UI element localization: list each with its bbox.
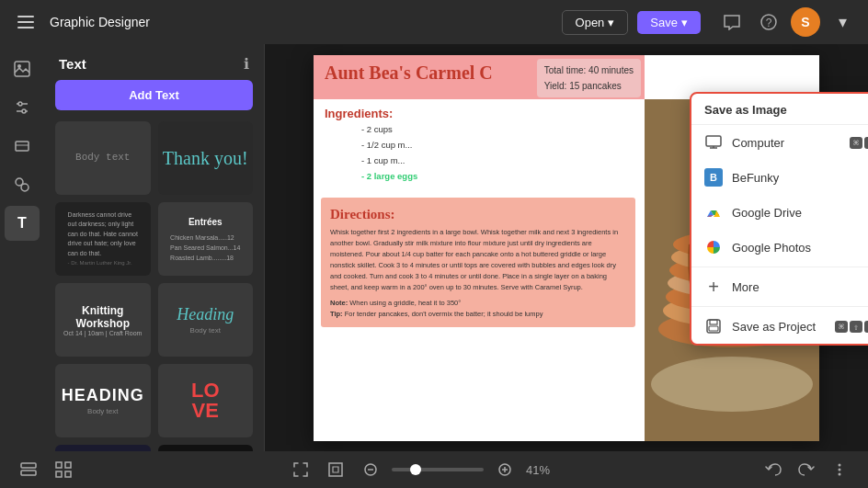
sidebar-item-text[interactable]: T xyxy=(5,206,40,241)
text-panel-title: Text xyxy=(59,56,86,72)
svg-text:?: ? xyxy=(766,17,772,29)
icon-bar: T xyxy=(0,44,44,451)
text-card-heading[interactable]: Heading Body text xyxy=(158,283,254,357)
dropdown-item-computer[interactable]: Computer ⌘S xyxy=(691,125,868,160)
undo-button[interactable] xyxy=(760,456,787,483)
help-icon[interactable]: ? xyxy=(754,7,783,37)
svg-rect-0 xyxy=(17,16,34,17)
recipe-title: Aunt Bea's Carmel C xyxy=(325,62,493,84)
recipe-tip: Tip: For tender pancakes, don't overmix … xyxy=(330,310,626,318)
open-button[interactable]: Open ▾ xyxy=(562,10,629,35)
text-panel: Text ℹ Add Text Body text Thank you! Dar… xyxy=(44,44,265,451)
menu-icon[interactable] xyxy=(11,7,40,37)
ingredients-label: Ingredients: xyxy=(325,107,393,120)
dropdown-item-more[interactable]: + More › xyxy=(691,269,868,304)
bottom-right-controls xyxy=(760,456,853,483)
info-icon[interactable]: ℹ xyxy=(244,55,249,73)
text-card-heading-bold[interactable]: HEADING Body text xyxy=(55,364,151,437)
zoom-slider[interactable] xyxy=(392,468,484,471)
svg-rect-40 xyxy=(56,471,62,477)
layers-toggle[interactable] xyxy=(15,456,42,483)
svg-point-48 xyxy=(839,469,841,471)
text-card-dark-quote[interactable]: Darkness cannot driveout darkness; only … xyxy=(55,202,151,276)
svg-rect-35 xyxy=(709,326,718,331)
computer-icon xyxy=(704,133,723,152)
app-title: Graphic Designer xyxy=(50,15,553,29)
grid-toggle[interactable] xyxy=(50,456,77,483)
zoom-out-button[interactable] xyxy=(357,456,384,483)
dropdown-item-befunky[interactable]: B BeFunky xyxy=(691,160,868,195)
svg-rect-1 xyxy=(17,21,34,23)
sidebar-item-images[interactable] xyxy=(5,51,40,86)
zoom-thumb[interactable] xyxy=(410,464,421,475)
text-card-fun[interactable]: FUN xyxy=(55,445,151,451)
main-area: T Text ℹ Add Text Body text Thank you! D… xyxy=(0,44,868,451)
google-drive-icon xyxy=(704,203,723,221)
directions-section: Directions: Whisk together first 2 ingre… xyxy=(321,198,635,327)
svg-rect-39 xyxy=(65,462,71,468)
directions-text: Whisk together first 2 ingredients in a … xyxy=(330,227,626,293)
svg-rect-2 xyxy=(17,27,34,28)
topbar-icons: ? S ▾ xyxy=(717,7,857,37)
text-panel-header: Text ℹ xyxy=(44,44,264,80)
dropdown-item-save-project[interactable]: Save as Project ⌘⇧S xyxy=(691,309,868,344)
svg-point-47 xyxy=(839,464,841,467)
save-dropdown: Save as Image Computer ⌘S B BeFunky Goog… xyxy=(690,92,868,346)
svg-rect-30 xyxy=(706,136,721,146)
text-card-thank-you[interactable]: Thank you! xyxy=(158,121,254,195)
bottom-left-controls xyxy=(15,456,77,483)
add-text-button[interactable]: Add Text xyxy=(55,80,253,110)
text-card-body[interactable]: Body text xyxy=(55,121,151,195)
recipe-note: Note: When using a griddle, heat it to 3… xyxy=(330,299,626,307)
sidebar-item-elements[interactable] xyxy=(5,167,40,202)
save-project-icon xyxy=(704,317,723,335)
text-card-love[interactable]: LOVE xyxy=(158,364,254,437)
fit-button[interactable] xyxy=(287,456,314,483)
svg-point-10 xyxy=(22,109,26,113)
avatar[interactable]: S xyxy=(791,7,820,37)
text-card-menu[interactable]: Entrées Chicken Marsala.....12Pan Seared… xyxy=(158,202,254,276)
more-options-button[interactable] xyxy=(826,456,853,483)
canvas-area: Aunt Bea's Carmel C Total time: 40 minut… xyxy=(265,44,868,451)
dropdown-item-google-drive[interactable]: Google Drive xyxy=(691,195,868,230)
resize-button[interactable] xyxy=(322,456,349,483)
sidebar-item-adjustments[interactable] xyxy=(5,90,40,125)
svg-rect-36 xyxy=(21,463,36,468)
dropdown-header: Save as Image xyxy=(691,94,868,125)
svg-rect-37 xyxy=(21,471,36,475)
google-photos-icon xyxy=(704,238,723,256)
text-card-bogo[interactable]: buy oneget one BOGO xyxy=(158,445,254,451)
svg-rect-11 xyxy=(16,142,29,151)
svg-rect-38 xyxy=(56,462,62,468)
befunky-icon: B xyxy=(704,168,723,187)
redo-button[interactable] xyxy=(793,456,820,483)
svg-rect-5 xyxy=(15,62,29,76)
svg-point-14 xyxy=(21,184,29,191)
chat-icon[interactable] xyxy=(717,7,747,37)
directions-title: Directions: xyxy=(330,207,626,222)
dropdown-item-google-photos[interactable]: Google Photos xyxy=(691,230,868,265)
zoom-in-button[interactable] xyxy=(491,456,519,483)
svg-point-29 xyxy=(651,357,813,412)
recipe-info: Total time: 40 minutes Yield: 15 pancake… xyxy=(537,59,641,97)
account-chevron[interactable]: ▾ xyxy=(828,7,857,37)
text-grid: Body text Thank you! Darkness cannot dri… xyxy=(44,121,264,451)
sidebar-item-layers[interactable] xyxy=(5,129,40,164)
svg-point-8 xyxy=(18,102,22,106)
svg-rect-41 xyxy=(65,471,71,477)
text-card-knitting[interactable]: KnittingWorkshop Oct 14 | 10am | Craft R… xyxy=(55,283,151,357)
more-icon: + xyxy=(704,278,723,296)
bottom-center-controls: 41% xyxy=(287,456,550,483)
save-button[interactable]: Save ▾ xyxy=(637,11,701,34)
topbar: Graphic Designer Open ▾ Save ▾ ? S ▾ xyxy=(0,0,868,44)
bottom-bar: 41% xyxy=(0,451,868,488)
ingredients-list: - 2 cups - 1/2 cup m... - 1 cup m... - 2… xyxy=(361,121,417,184)
svg-point-49 xyxy=(839,473,841,476)
zoom-percent: 41% xyxy=(526,463,550,477)
